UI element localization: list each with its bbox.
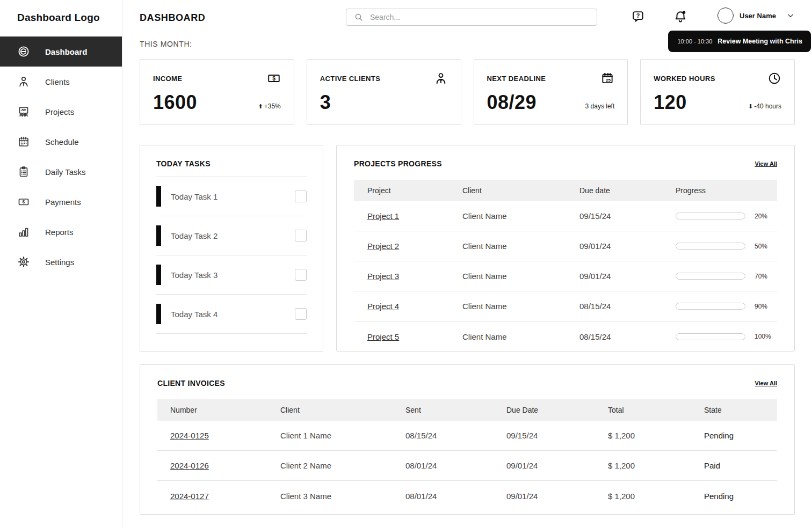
invoice-number-link[interactable]: 2024-0125 bbox=[170, 431, 209, 440]
task-checkbox[interactable] bbox=[295, 230, 307, 241]
column-header: Client bbox=[280, 406, 405, 414]
arrow-down-icon: ⬇ bbox=[748, 103, 753, 109]
client-cell: Client 3 Name bbox=[280, 492, 405, 501]
help-icon: ? bbox=[631, 10, 645, 24]
sidebar-item-reports[interactable]: Reports bbox=[0, 217, 122, 247]
sidebar-item-label: Clients bbox=[45, 77, 70, 86]
client-cell: Client Name bbox=[462, 272, 579, 281]
notification-badge bbox=[683, 11, 686, 14]
progress-label: 50% bbox=[755, 243, 767, 250]
task-checkbox[interactable] bbox=[295, 269, 307, 281]
progress-cell: 100% bbox=[676, 333, 777, 340]
dashboard-icon bbox=[17, 45, 30, 58]
sidebar: Dashboard Logo Dashboard Cl bbox=[0, 0, 122, 527]
sidebar-item-settings[interactable]: Settings bbox=[0, 247, 122, 277]
table-row: Project 4 Client Name 08/15/24 90% bbox=[354, 291, 777, 321]
calendar-25-icon: 25 bbox=[600, 71, 614, 85]
user-menu[interactable]: User Name bbox=[717, 8, 794, 24]
table-row: 2024-0126 Client 2 Name 08/01/24 09/01/2… bbox=[157, 451, 777, 481]
projects-table-header: Project Client Due date Progress bbox=[354, 180, 777, 201]
task-row: Today Task 4 bbox=[156, 295, 307, 334]
column-header: Number bbox=[157, 406, 280, 414]
svg-text:$: $ bbox=[272, 76, 276, 82]
client-cell: Client Name bbox=[462, 211, 579, 221]
stat-value: 1600 bbox=[153, 92, 197, 113]
state-cell: Paid bbox=[704, 461, 777, 470]
task-checkbox[interactable] bbox=[295, 308, 307, 320]
stat-trend: 3 days left bbox=[585, 103, 615, 113]
stat-label: WORKED HOURS bbox=[654, 71, 715, 83]
notifications-button[interactable] bbox=[673, 10, 687, 24]
project-link[interactable]: Project 5 bbox=[367, 332, 399, 341]
client-cell: Client 1 Name bbox=[280, 431, 405, 440]
progress-label: 100% bbox=[755, 333, 771, 340]
total-cell: $ 1,200 bbox=[608, 431, 704, 440]
sent-date-cell: 08/01/24 bbox=[405, 461, 506, 470]
stat-value: 3 bbox=[320, 92, 331, 113]
progress-cell: 90% bbox=[676, 303, 777, 310]
view-all-link[interactable]: View All bbox=[755, 160, 777, 167]
table-row: Project 1 Client Name 09/15/24 20% bbox=[354, 201, 777, 231]
sidebar-item-schedule[interactable]: Schedule bbox=[0, 127, 122, 157]
daily-tasks-icon bbox=[17, 165, 30, 178]
sidebar-item-label: Projects bbox=[45, 107, 74, 116]
table-row: Project 5 Client Name 08/15/24 100% bbox=[354, 321, 777, 352]
column-header: Progress bbox=[676, 186, 777, 195]
sidebar-item-clients[interactable]: Clients bbox=[0, 67, 122, 97]
stat-label: ACTIVE CLIENTS bbox=[320, 71, 381, 83]
task-accent-bar bbox=[156, 186, 161, 207]
view-all-link[interactable]: View All bbox=[755, 380, 777, 386]
task-label: Today Task 1 bbox=[171, 192, 218, 201]
column-header: Due date bbox=[579, 186, 676, 195]
sidebar-nav: Dashboard Clients bbox=[0, 36, 122, 277]
stat-value: 08/29 bbox=[487, 92, 537, 113]
due-date-cell: 08/15/24 bbox=[579, 332, 676, 341]
due-date-cell: 09/15/24 bbox=[579, 211, 676, 221]
client-cell: Client Name bbox=[462, 241, 579, 251]
stat-cards: INCOME $ 1600 ⬆+35% ACTIVE CLIENTS bbox=[140, 59, 795, 125]
sidebar-item-projects[interactable]: Projects bbox=[0, 97, 122, 127]
project-link[interactable]: Project 2 bbox=[367, 241, 399, 251]
state-cell: Pending bbox=[704, 431, 777, 440]
project-link[interactable]: Project 3 bbox=[367, 272, 399, 281]
chevron-down-icon bbox=[787, 12, 794, 19]
client-icon bbox=[434, 71, 448, 85]
stat-trend: ⬆+35% bbox=[258, 103, 281, 113]
meeting-notification-toast[interactable]: 10:00 - 10:30 Review Meeting with Chris bbox=[668, 31, 811, 52]
invoice-number-link[interactable]: 2024-0127 bbox=[170, 492, 209, 501]
stat-label: INCOME bbox=[153, 71, 182, 83]
project-link[interactable]: Project 4 bbox=[367, 302, 399, 311]
sidebar-item-payments[interactable]: $ Payments bbox=[0, 187, 122, 217]
sidebar-item-daily-tasks[interactable]: Daily Tasks bbox=[0, 157, 122, 187]
sidebar-item-label: Dashboard bbox=[45, 47, 87, 56]
sent-date-cell: 08/15/24 bbox=[405, 431, 506, 440]
user-name: User Name bbox=[740, 12, 776, 20]
help-button[interactable]: ? bbox=[631, 10, 645, 24]
project-link[interactable]: Project 1 bbox=[367, 211, 399, 221]
schedule-icon bbox=[17, 135, 30, 148]
invoice-number-link[interactable]: 2024-0126 bbox=[170, 461, 209, 470]
table-row: Project 2 Client Name 09/01/24 50% bbox=[354, 231, 777, 261]
task-label: Today Task 4 bbox=[171, 310, 218, 319]
reports-icon bbox=[17, 225, 30, 238]
task-checkbox[interactable] bbox=[295, 191, 307, 202]
total-cell: $ 1,200 bbox=[608, 492, 704, 501]
search-input[interactable] bbox=[370, 13, 574, 21]
middle-panels: TODAY TASKS Today Task 1 Today Task 2 To… bbox=[140, 145, 795, 352]
progress-cell: 20% bbox=[676, 213, 777, 220]
task-accent-bar bbox=[156, 265, 161, 285]
this-month-label: THIS MONTH: bbox=[140, 40, 192, 48]
task-accent-bar bbox=[156, 304, 161, 324]
sidebar-item-label: Schedule bbox=[45, 137, 79, 147]
avatar bbox=[717, 8, 734, 24]
sidebar-item-dashboard[interactable]: Dashboard bbox=[0, 36, 122, 67]
due-date-cell: 09/01/24 bbox=[579, 272, 676, 281]
column-header: Sent bbox=[405, 406, 506, 414]
progress-bar bbox=[676, 213, 745, 219]
due-date-cell: 09/01/24 bbox=[506, 461, 608, 470]
progress-bar bbox=[676, 243, 745, 250]
toast-text: Review Meeting with Chris bbox=[717, 38, 802, 45]
progress-bar bbox=[676, 333, 745, 340]
column-header: Client bbox=[462, 186, 579, 195]
progress-bar bbox=[676, 303, 745, 310]
